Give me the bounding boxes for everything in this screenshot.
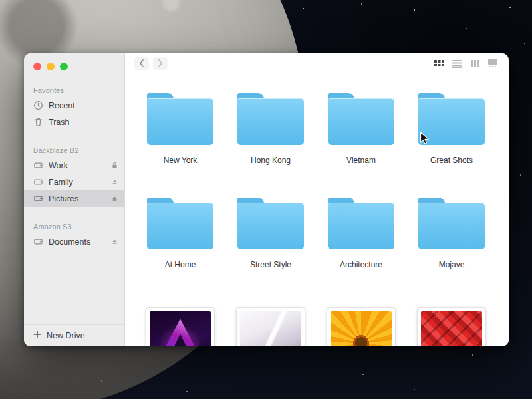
nav-buttons [134,57,168,70]
folder-icon [147,198,213,249]
folder-label: Hong Kong [251,156,291,165]
purple-neon-triangle-image [150,311,211,346]
image-frame [417,307,486,346]
white-abstract-paper-image [240,311,301,346]
drive-icon [33,194,43,203]
sidebar-item-label: Pictures [49,194,78,203]
folder-label: Street Style [250,260,291,269]
folder-item[interactable]: Mojave [406,198,497,271]
view-mode-switcher [432,58,499,68]
close-button[interactable] [33,63,41,70]
folder-item[interactable]: Hong Kong [225,93,316,166]
forward-button[interactable] [153,57,168,70]
folder-icon [418,198,485,249]
sidebar-item-label: Documents [49,237,90,247]
folder-item[interactable]: Architecture [316,198,406,271]
image-item[interactable] [225,302,316,346]
lock-icon [111,162,118,169]
folder-item[interactable]: New York [135,93,225,166]
folder-label: At Home [165,260,196,269]
sidebar-section-amazon: Amazon S3 [24,223,124,231]
folder-item[interactable]: At Home [135,198,225,271]
folder-label: Vietnam [346,156,376,165]
sidebar-section-favorites: Favorites [24,86,124,94]
folder-icon [237,93,304,145]
folder-icon [147,93,213,145]
sidebar: Favorites Recent Trash Backblaze B2 Work [24,53,125,346]
eject-icon[interactable] [111,238,118,245]
folder-icon [237,198,304,249]
main-content: New York Hong Kong Vietnam Great Shots A… [125,53,509,346]
new-drive-button[interactable]: New Drive [24,324,124,346]
eject-icon[interactable] [111,178,118,186]
sidebar-item-label: Work [49,161,68,170]
sidebar-item-trash[interactable]: Trash [24,114,124,130]
list-view-button[interactable] [450,58,464,68]
folder-label: Mojave [439,260,465,269]
chevron-left-icon [139,59,144,67]
traffic-lights [24,53,124,70]
minimize-button[interactable] [47,63,55,70]
new-drive-label: New Drive [47,331,85,340]
folder-item[interactable]: Vietnam [316,93,406,166]
image-frame [327,307,396,346]
folder-label: New York [164,156,198,165]
icon-view-button[interactable] [432,58,446,68]
mouse-cursor-icon [420,132,430,146]
back-button[interactable] [134,57,149,70]
column-view-button[interactable] [468,58,481,68]
stars-background [0,0,1,1]
sidebar-item-label: Trash [49,118,70,127]
folder-label: Architecture [340,260,382,269]
zoom-button[interactable] [60,63,68,70]
image-item[interactable] [316,302,406,346]
chevron-right-icon [158,59,163,67]
red-cubes-image [421,311,482,346]
sidebar-item-family[interactable]: Family [24,174,124,190]
sidebar-item-label: Recent [49,101,75,110]
image-frame [236,307,305,346]
folder-item[interactable]: Great Shots [406,93,497,166]
file-manager-window: Favorites Recent Trash Backblaze B2 Work [24,53,509,346]
sidebar-section-backblaze: Backblaze B2 [24,146,124,154]
drive-icon [33,177,43,187]
clock-icon [33,100,43,110]
sidebar-item-label: Family [49,178,73,187]
plus-icon [33,331,41,340]
file-grid: New York Hong Kong Vietnam Great Shots A… [125,73,509,346]
image-item[interactable] [135,302,225,346]
sidebar-item-recent[interactable]: Recent [24,97,124,114]
sidebar-item-pictures[interactable]: Pictures [24,190,124,207]
toolbar [125,53,509,73]
sidebar-item-work[interactable]: Work [24,157,124,174]
image-frame [146,307,215,346]
sidebar-item-documents[interactable]: Documents [24,233,124,250]
drive-icon [33,160,43,170]
image-item[interactable] [406,302,497,346]
folder-icon [328,198,394,249]
yellow-flower-image [331,311,392,346]
folder-label: Great Shots [430,156,473,165]
trash-icon [33,117,43,127]
gallery-view-button[interactable] [486,58,499,68]
folder-item[interactable]: Street Style [225,198,316,271]
eject-icon[interactable] [111,195,118,202]
drive-icon [33,237,43,247]
folder-icon [328,93,394,145]
